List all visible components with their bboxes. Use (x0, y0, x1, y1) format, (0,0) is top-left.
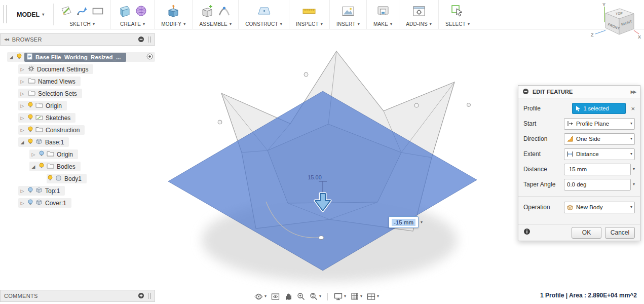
visibility-bulb-icon[interactable] (28, 126, 33, 134)
tree-item-sketches[interactable]: ▷ Sketches (18, 113, 75, 123)
orbit-tool[interactable]: ▾ (254, 292, 267, 301)
field-label: Operation (523, 204, 564, 211)
construct-menu[interactable]: CONSTRUCT▾ (245, 20, 282, 28)
expand-triangle-icon[interactable]: ▷ (30, 152, 36, 157)
expand-triangle-icon[interactable]: ▷ (19, 103, 25, 108)
expand-triangle-icon[interactable]: ▷ (19, 116, 25, 121)
operation-dropdown[interactable]: New Body ▾ (564, 202, 635, 213)
panel-grip[interactable] (148, 293, 151, 299)
tree-item-named-views[interactable]: ▷ Named Views (18, 77, 81, 86)
visibility-bulb-icon[interactable] (17, 53, 22, 61)
extent-dropdown[interactable]: Distance ▾ (564, 148, 635, 160)
insert-image-icon[interactable] (342, 6, 355, 17)
sketch-menu[interactable]: SKETCH▾ (69, 20, 95, 28)
expand-triangle-icon[interactable]: ▷ (19, 67, 25, 72)
tree-item-bodies-folder[interactable]: ◢ Bodies (29, 162, 81, 171)
create-menu[interactable]: CREATE▾ (120, 20, 145, 28)
tree-item-body1[interactable]: Body1 (47, 174, 87, 183)
new-component-icon[interactable] (201, 5, 214, 18)
tree-item-selection-sets[interactable]: ▷ Selection Sets (18, 89, 82, 98)
tree-item-root-document[interactable]: ◢ Base File_Working_Resized_... (7, 52, 155, 62)
inspect-menu[interactable]: INSPECT▾ (296, 20, 323, 28)
addins-menu[interactable]: ADD-INS▾ (406, 20, 432, 28)
grid-snap-tool[interactable]: ▾ (351, 292, 362, 300)
create-form-icon[interactable] (135, 5, 147, 17)
measure-icon[interactable] (302, 6, 316, 16)
sketch-rectangle-icon[interactable] (92, 7, 104, 16)
viewports-tool[interactable]: ▾ (367, 293, 379, 300)
tree-item-cover-component[interactable]: ▷ Cover:1 (18, 198, 71, 208)
make-3d-print-icon[interactable] (377, 5, 389, 17)
modify-menu[interactable]: MODIFY▾ (161, 20, 185, 28)
expand-triangle-icon[interactable]: ▷ (19, 128, 25, 133)
minimize-panel-icon[interactable] (138, 36, 144, 44)
zoom-tool[interactable] (297, 292, 305, 300)
ok-button[interactable]: OK (572, 227, 601, 239)
toolbar-separator (327, 293, 328, 300)
info-icon[interactable] (523, 228, 531, 237)
caret-down-icon[interactable]: ▾ (633, 167, 635, 171)
extrude-icon[interactable] (118, 5, 131, 18)
dialog-titlebar[interactable]: EDIT FEATURE ▶▶ (518, 86, 640, 98)
activate-radio[interactable] (146, 53, 153, 61)
look-at-tool[interactable] (271, 293, 280, 300)
taper-angle-field[interactable]: 0.0 deg (564, 179, 631, 191)
tree-item-label: Sketches (46, 115, 70, 122)
direction-dropdown[interactable]: One Side ▾ (564, 133, 635, 145)
assemble-menu[interactable]: ASSEMBLE▾ (199, 20, 232, 28)
visibility-bulb-icon[interactable] (39, 163, 44, 170)
collapse-dialog-icon[interactable] (522, 88, 529, 96)
panel-grip[interactable] (148, 36, 151, 43)
visibility-bulb-icon[interactable] (28, 199, 33, 207)
distance-field[interactable]: -15 mm (564, 164, 631, 175)
tree-item-top-component[interactable]: ▷ Top:1 (18, 186, 65, 196)
tree-item-base-component[interactable]: ◢ Base:1 (18, 137, 69, 147)
expand-triangle-icon[interactable]: ▷ (19, 91, 25, 96)
visibility-bulb-icon[interactable] (48, 175, 53, 182)
construction-plane-icon[interactable] (257, 6, 271, 17)
sketch-spline-icon[interactable] (77, 6, 88, 17)
joint-icon[interactable] (218, 5, 231, 17)
toolbar-grip[interactable] (3, 5, 7, 23)
caret-down-icon[interactable]: ▾ (421, 220, 423, 224)
display-settings-tool[interactable]: ▾ (334, 293, 346, 300)
viewcube[interactable]: Y TOP FRONT RIGHT Z X (589, 2, 642, 49)
profile-selected-button[interactable]: 1 selected (572, 103, 626, 114)
create-sketch-icon[interactable] (60, 5, 72, 17)
caret-down-icon[interactable]: ▾ (633, 182, 635, 186)
3d-viewport[interactable]: 15.00 (155, 28, 514, 292)
visibility-bulb-icon[interactable] (28, 138, 33, 146)
distance-input[interactable]: -15 mm (389, 216, 419, 228)
toolbar-group-sketch: SKETCH▾ (54, 0, 111, 29)
expand-triangle-icon[interactable]: ▷ (19, 201, 25, 206)
addins-scripts-icon[interactable] (412, 6, 426, 17)
select-menu[interactable]: SELECT▾ (445, 20, 470, 28)
workspace-selector[interactable]: MODEL ▾ (10, 0, 53, 29)
visibility-bulb-icon[interactable] (28, 114, 33, 122)
start-dropdown[interactable]: Profile Plane ▾ (564, 118, 635, 130)
visibility-bulb-icon[interactable] (28, 187, 33, 195)
collapse-triangle-icon[interactable]: ◢ (19, 140, 25, 145)
collapse-triangle-icon[interactable]: ◢ (8, 55, 14, 60)
expand-dialog-icon[interactable]: ▶▶ (631, 90, 636, 94)
make-menu[interactable]: MAKE▾ (373, 20, 392, 28)
insert-menu[interactable]: INSERT▾ (336, 20, 360, 28)
clear-selection-icon[interactable]: × (631, 105, 635, 112)
comments-header[interactable]: COMMENTS (0, 290, 155, 302)
expand-triangle-icon[interactable]: ▷ (19, 188, 25, 194)
pan-tool[interactable] (284, 292, 292, 300)
fit-tool[interactable]: ▾ (310, 292, 321, 300)
tree-item-origin[interactable]: ▷ Origin (18, 101, 67, 110)
expand-triangle-icon[interactable]: ▷ (19, 79, 25, 84)
tree-item-base-origin[interactable]: ▷ Origin (29, 149, 78, 159)
cancel-button[interactable]: Cancel (605, 227, 635, 239)
tree-item-construction[interactable]: ▷ Construction (18, 125, 85, 135)
collapse-triangle-icon[interactable]: ◢ (30, 164, 36, 169)
press-pull-icon[interactable] (167, 5, 180, 18)
collapse-panel-icon[interactable]: ◀◀ (4, 37, 9, 42)
tree-item-document-settings[interactable]: ▷ Document Settings (18, 64, 93, 74)
visibility-bulb-icon[interactable] (28, 102, 33, 109)
visibility-bulb-icon[interactable] (39, 150, 44, 158)
select-cursor-icon[interactable] (451, 5, 464, 18)
expand-comments-icon[interactable] (138, 292, 144, 300)
